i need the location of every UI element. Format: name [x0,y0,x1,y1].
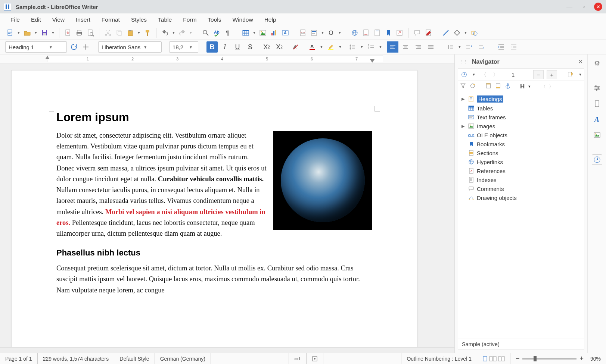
tree-item-bookmarks[interactable]: Bookmarks [460,139,582,148]
navigator-footer-combo[interactable]: Sample (active) [458,339,584,350]
increase-spacing-button[interactable] [463,41,475,53]
insert-image-button[interactable] [258,28,268,38]
status-outline[interactable]: Outline Numbering : Level 1 [401,353,477,364]
basic-shapes-button[interactable] [452,28,462,38]
zoom-value[interactable]: 90% [590,356,601,362]
status-insert-mode[interactable]: ▭I [289,353,307,364]
menu-format[interactable]: Format [96,15,125,25]
copy-button[interactable] [114,28,124,38]
filter-icon[interactable] [460,82,466,90]
tree-item-hyperlinks[interactable]: Hyperlinks [460,157,582,166]
cut-button[interactable] [103,28,113,38]
highlight-dropdown[interactable]: ▼ [338,42,342,52]
basic-shapes-dropdown[interactable]: ▼ [463,28,468,38]
strikethrough-button[interactable]: S [245,41,256,53]
prev-button[interactable]: 〈 [479,70,488,79]
insert-symbol-dropdown[interactable]: ▼ [338,28,342,38]
zoom-out-button[interactable]: − [516,355,520,363]
print-preview-button[interactable] [86,28,95,38]
reminder-button[interactable] [469,82,476,90]
insert-field-dropdown[interactable]: ▼ [320,28,325,38]
nav-mode-button[interactable] [460,70,469,79]
status-page[interactable]: Page 1 of 1 [0,353,38,364]
tree-item-drawing[interactable]: Drawing objects [460,193,582,202]
justify-button[interactable] [425,41,436,53]
tree-item-textframes[interactable]: Text frames [460,113,582,122]
anchor-button[interactable] [504,82,511,90]
promote-button[interactable]: 〈 [541,83,546,90]
status-selection-mode[interactable] [307,353,323,364]
heading-levels-button[interactable]: H [520,83,525,90]
menu-file[interactable]: File [5,15,25,25]
number-list-dropdown[interactable]: ▼ [378,42,383,52]
bold-button[interactable]: B [206,41,218,53]
new-style-button[interactable] [81,42,91,52]
redo-button[interactable] [177,28,187,38]
align-right-button[interactable] [413,41,424,53]
content-view-dropdown[interactable]: ▼ [578,70,582,79]
undo-button[interactable] [160,28,170,38]
document-scroll[interactable]: Lorem ipsum Dolor sit amet, consectetur … [0,63,454,347]
formatting-marks-button[interactable]: ¶ [223,28,233,38]
bullet-list-button[interactable] [347,41,358,53]
superscript-button[interactable]: X2 [261,41,272,53]
embedded-image-earth[interactable] [273,131,372,230]
open-dropdown[interactable]: ▼ [34,28,38,38]
tree-item-indexes[interactable]: Indexes [460,175,582,184]
font-color-button[interactable]: A [307,41,318,53]
number-list-button[interactable]: 12 [366,41,377,53]
paste-button[interactable] [125,28,135,38]
undo-dropdown[interactable]: ▼ [171,28,176,38]
tree-item-headings[interactable]: ▶Headings [460,94,582,104]
minimize-button[interactable]: — [566,3,573,10]
font-name-combo[interactable]: Liberation Sans ▼ [98,41,162,53]
page-minus-button[interactable]: − [533,70,544,79]
sidebar-settings-button[interactable]: ⚙ [592,58,602,69]
zoom-slider[interactable] [522,358,577,360]
paste-dropdown[interactable]: ▼ [137,28,141,38]
tree-item-comments[interactable]: Comments [460,184,582,193]
draw-functions-button[interactable] [469,28,479,38]
find-replace-button[interactable] [201,28,211,38]
grip-icon[interactable]: ⋮⋮ [459,60,468,64]
close-panel-button[interactable]: ✕ [578,58,583,65]
status-wordcount[interactable]: 229 words, 1,574 characters [38,353,115,364]
new-doc-dropdown[interactable]: ▼ [16,28,21,38]
menu-help[interactable]: Help [259,15,282,25]
decrease-indent-button[interactable] [508,41,519,53]
tree-item-tables[interactable]: Tables [460,104,582,113]
save-dropdown[interactable]: ▼ [51,28,55,38]
sidebar-navigator-tab[interactable] [592,154,602,165]
menu-styles[interactable]: Styles [126,15,152,25]
menu-view[interactable]: View [47,15,70,25]
new-doc-button[interactable] [5,28,15,38]
tree-item-images[interactable]: ▶Images [460,122,582,131]
page-number-input[interactable] [512,70,530,79]
insert-symbol-button[interactable]: Ω [326,28,336,38]
heading-levels-dropdown[interactable]: ▼ [528,85,532,88]
status-language[interactable]: German (Germany) [155,353,211,364]
menu-table[interactable]: Table [153,15,177,25]
open-button[interactable] [22,28,32,38]
line-button[interactable] [441,28,451,38]
footnote-button[interactable] [361,28,371,38]
hyperlink-button[interactable] [350,28,360,38]
tree-item-sections[interactable]: Sections [460,148,582,157]
decrease-spacing-button[interactable] [476,41,487,53]
menu-edit[interactable]: Edit [26,15,46,25]
insert-table-dropdown[interactable]: ▼ [252,28,257,38]
sidebar-properties-tab[interactable] [592,83,602,93]
track-changes-button[interactable] [423,28,433,38]
tree-item-ole[interactable]: OLEOLE objects [460,131,582,139]
menu-form[interactable]: Form [178,15,202,25]
line-spacing-dropdown[interactable]: ▼ [457,42,462,52]
navigator-tree[interactable]: ▶Headings Tables Text frames ▶Images OLE… [458,92,584,339]
insert-table-button[interactable] [241,28,251,38]
font-size-combo[interactable]: 18,2 ▼ [169,41,198,53]
underline-button[interactable]: U [232,41,243,53]
next-button[interactable]: 〉 [491,70,500,79]
bookmark-button[interactable] [383,28,393,38]
status-view-layout[interactable] [477,353,510,364]
document-heading-2[interactable]: Phasellus nibh lectus [56,248,372,258]
maximize-button[interactable]: ▫ [580,3,587,10]
